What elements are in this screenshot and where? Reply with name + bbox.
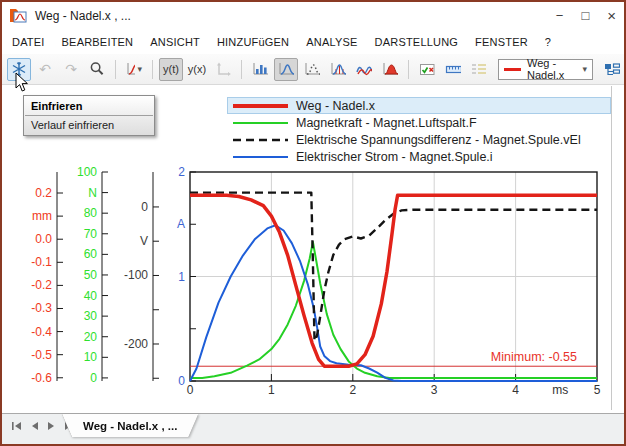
filled-curve-icon	[382, 62, 398, 76]
menu-item-fenster[interactable]: FENSTER	[475, 36, 528, 48]
toolbar-separator	[152, 60, 153, 79]
plot-window: Weg - Nadel.x , ... − □ × DATEIBEARBEITE…	[0, 0, 626, 446]
ruler-button[interactable]	[441, 58, 465, 81]
previous-tab-button[interactable]	[30, 421, 39, 431]
stem-chart-button[interactable]	[326, 58, 350, 81]
signal-style-dropdown[interactable]: ▾	[122, 58, 146, 81]
tree-icon	[604, 62, 620, 77]
legend-line-swatch	[232, 152, 289, 162]
tab-strip: Weg - Nadel.x , ...	[2, 413, 624, 444]
legend-item-weg-nadel-x[interactable]: Weg - Nadel.x	[227, 97, 611, 114]
signal-tree-button[interactable]	[600, 58, 624, 81]
legend-item-elektrischer-strom-magnet-spule-i[interactable]: Elektrischer Strom - Magnet.Spule.i	[227, 148, 611, 165]
chevron-down-icon: ▾	[137, 64, 142, 74]
legend-item-elektrische-spannungsdifferenz-magnet-spule-vel[interactable]: Elektrische Spannungsdifferenz - Magnet.…	[227, 131, 611, 148]
menu-item-[interactable]: ?	[545, 36, 551, 48]
chevron-down-icon: ▾	[582, 64, 587, 74]
legend-panel-button[interactable]	[467, 58, 491, 81]
menu-item-ansicht[interactable]: ANSICHT	[150, 36, 200, 48]
filled-chart-button[interactable]	[378, 58, 402, 81]
app-icon	[10, 8, 27, 23]
bar-chart-icon	[252, 62, 268, 76]
curve-icon	[126, 62, 135, 76]
menu-item-bearbeiten[interactable]: BEARBEITEN	[62, 36, 134, 48]
tab-weg-nadel[interactable]: Weg - Nadel.x , ...	[62, 414, 198, 437]
menu-item-datei[interactable]: DATEI	[12, 36, 45, 48]
magnifier-icon	[89, 61, 105, 77]
legend-label: Weg - Nadel.x	[296, 99, 375, 113]
redo-icon: ↷	[65, 62, 77, 76]
close-button[interactable]: ×	[607, 8, 616, 23]
swap-axes-button[interactable]	[211, 58, 235, 81]
menubar: DATEIBEARBEITENANSICHTHINZUFüGENANALYSED…	[2, 29, 624, 54]
ruler-icon	[445, 62, 461, 76]
stem-curve-icon	[330, 62, 346, 76]
bar-chart-button[interactable]	[248, 58, 272, 81]
check-x-icon	[419, 62, 435, 76]
legend-line-swatch	[232, 118, 289, 128]
menu-item-analyse[interactable]: ANALYSE	[306, 36, 357, 48]
legend-line-swatch	[232, 135, 289, 145]
toolbar: ↶ ↷ ▾ y(t) y(x)	[2, 54, 624, 85]
y-x-button[interactable]: y(x)	[185, 58, 209, 81]
undo-button[interactable]: ↶	[33, 58, 57, 81]
red-line-icon	[504, 68, 521, 71]
zoom-button[interactable]	[85, 58, 109, 81]
waves-icon	[356, 62, 372, 76]
menu-item-hinzuf-gen[interactable]: HINZUFüGEN	[217, 36, 289, 48]
y-t-button[interactable]: y(t)	[159, 58, 183, 81]
menu-item-darstellung[interactable]: DARSTELLUNG	[375, 36, 459, 48]
minimize-button[interactable]: −	[556, 9, 564, 22]
combobox-value: Weg - Nadel.x	[527, 57, 576, 81]
undo-icon: ↶	[39, 62, 51, 76]
first-tab-button[interactable]	[11, 421, 22, 431]
toolbar-separator	[241, 60, 242, 79]
window-title: Weg - Nadel.x , ...	[35, 9, 131, 23]
legend-label: Elektrischer Strom - Magnet.Spule.i	[296, 150, 493, 164]
signal-combobox[interactable]: Weg - Nadel.x ▾	[498, 59, 593, 80]
tooltip-subtitle: Verlauf einfrieren	[24, 116, 154, 135]
tooltip-title: Einfrieren	[24, 96, 154, 115]
legend-label: Magnetkraft - Magnet.Luftspalt.F	[296, 116, 477, 130]
legend-label: Elektrische Spannungsdifferenz - Magnet.…	[296, 133, 581, 147]
redo-button[interactable]: ↷	[59, 58, 83, 81]
freeze-tooltip: Einfrieren Verlauf einfrieren	[23, 95, 155, 136]
validate-button[interactable]	[415, 58, 439, 81]
line-chart-icon	[278, 62, 294, 76]
line-chart-button[interactable]	[274, 58, 298, 81]
dotted-chart-button[interactable]	[300, 58, 324, 81]
maximize-button[interactable]: □	[581, 9, 589, 22]
next-tab-button[interactable]	[47, 421, 56, 431]
chart-legend: Weg - Nadel.xMagnetkraft - Magnet.Luftsp…	[227, 97, 611, 165]
toolbar-separator	[115, 60, 116, 79]
legend-list-icon	[471, 62, 487, 76]
mouse-cursor	[15, 72, 30, 93]
legend-item-magnetkraft-magnet-luftspalt-f[interactable]: Magnetkraft - Magnet.Luftspalt.F	[227, 114, 611, 131]
legend-line-swatch	[232, 101, 289, 111]
overlay-chart-button[interactable]	[352, 58, 376, 81]
dotted-curve-icon	[304, 62, 320, 76]
titlebar: Weg - Nadel.x , ... − □ ×	[2, 2, 624, 29]
swap-axes-icon	[215, 62, 231, 77]
toolbar-separator	[408, 60, 409, 79]
